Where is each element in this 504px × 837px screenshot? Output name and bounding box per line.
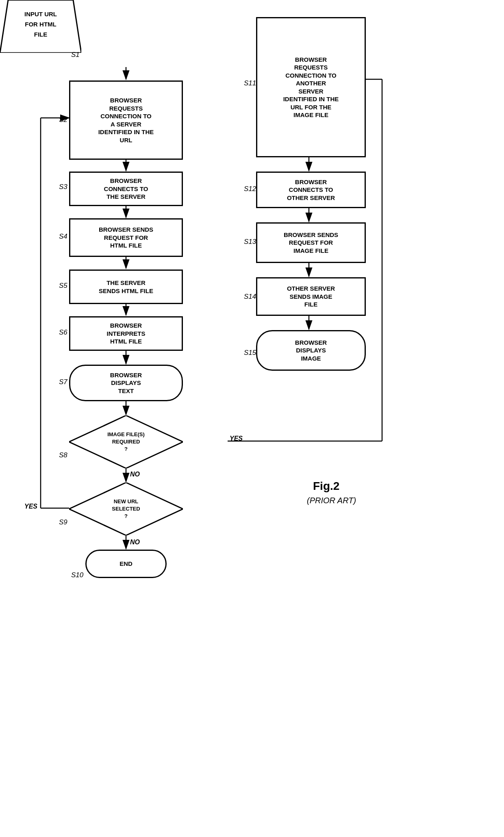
label-s9: S9 xyxy=(59,518,67,526)
step-s3-text: BROWSERCONNECTS TOTHE SERVER xyxy=(104,177,148,201)
label-s7: S7 xyxy=(59,378,67,386)
s9-yes-label: YES xyxy=(24,503,37,510)
step-s13-box: BROWSER SENDSREQUEST FORIMAGE FILE xyxy=(256,222,366,263)
s9-no-label: NO xyxy=(130,539,140,546)
figure-subtitle: (PRIOR ART) xyxy=(307,496,356,505)
label-s2: S2 xyxy=(59,116,67,124)
step-s15-shape: BROWSERDISPLAYSIMAGE xyxy=(256,330,366,371)
step-s6-text: BROWSERINTERPRETSHTML FILE xyxy=(106,322,145,346)
label-s12: S12 xyxy=(244,185,256,193)
label-s1: S1 xyxy=(71,51,80,59)
step-s12-text: BROWSERCONNECTS TOOTHER SERVER xyxy=(287,178,335,202)
label-s15: S15 xyxy=(244,349,256,357)
label-s14: S14 xyxy=(244,293,256,301)
step-s14-box: OTHER SERVERSENDS IMAGEFILE xyxy=(256,277,366,316)
step-s4-text: BROWSER SENDSREQUEST FORHTML FILE xyxy=(99,226,153,250)
step-s7-text: BROWSERDISPLAYSTEXT xyxy=(110,371,142,395)
step-s3-box: BROWSERCONNECTS TOTHE SERVER xyxy=(69,172,183,206)
step-s11-box: BROWSERREQUESTSCONNECTION TOANOTHERSERVE… xyxy=(256,17,366,157)
step-s15-text: BROWSERDISPLAYSIMAGE xyxy=(295,339,327,363)
svg-text:FOR HTML: FOR HTML xyxy=(25,21,56,28)
label-s3: S3 xyxy=(59,183,67,191)
step-s9-diamond: NEW URLSELECTED? xyxy=(69,483,183,535)
label-s5: S5 xyxy=(59,282,67,290)
svg-text:FILE: FILE xyxy=(34,31,48,38)
step-s14-text: OTHER SERVERSENDS IMAGEFILE xyxy=(287,285,335,309)
figure-label: Fig.2 xyxy=(313,480,339,493)
label-s8: S8 xyxy=(59,451,67,459)
step-s10-text: END xyxy=(119,560,133,568)
diagram: INPUT URL FOR HTML FILE S1 BROWSERREQUES… xyxy=(0,0,504,837)
step-s8-diamond: IMAGE FILE(S)REQUIRED? xyxy=(69,415,183,468)
step-s4-box: BROWSER SENDSREQUEST FORHTML FILE xyxy=(69,218,183,257)
svg-text:INPUT URL: INPUT URL xyxy=(24,11,57,17)
step-s2-text: BROWSERREQUESTSCONNECTION TOA SERVERIDEN… xyxy=(98,96,154,144)
step-s5-text: THE SERVERSENDS HTML FILE xyxy=(99,279,153,295)
label-s10: S10 xyxy=(71,571,83,579)
label-s6: S6 xyxy=(59,328,67,337)
step-s2-box: BROWSERREQUESTSCONNECTION TOA SERVERIDEN… xyxy=(69,80,183,160)
label-s4: S4 xyxy=(59,233,67,241)
step-s7-shape: BROWSERDISPLAYSTEXT xyxy=(69,365,183,401)
s8-no-label: NO xyxy=(130,471,140,478)
label-s11: S11 xyxy=(244,79,256,87)
step-s1-shape: INPUT URL FOR HTML FILE xyxy=(0,0,81,53)
step-s12-box: BROWSERCONNECTS TOOTHER SERVER xyxy=(256,172,366,208)
label-s13: S13 xyxy=(244,238,256,246)
step-s11-text: BROWSERREQUESTSCONNECTION TOANOTHERSERVE… xyxy=(283,56,339,119)
step-s13-text: BROWSER SENDSREQUEST FORIMAGE FILE xyxy=(284,231,338,255)
s8-yes-label: YES xyxy=(230,435,243,442)
step-s6-box: BROWSERINTERPRETSHTML FILE xyxy=(69,316,183,351)
step-s10-shape: END xyxy=(85,550,167,578)
step-s5-box: THE SERVERSENDS HTML FILE xyxy=(69,270,183,304)
